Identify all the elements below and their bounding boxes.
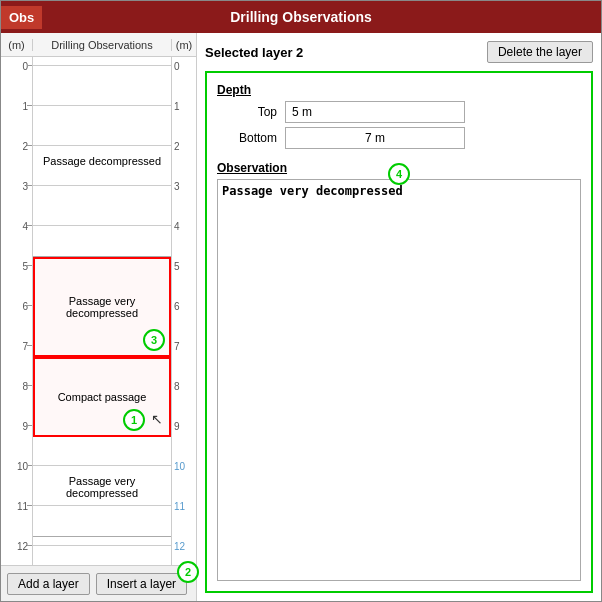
app-window: Obs Drilling Observations (m) Drilling O… bbox=[0, 0, 602, 602]
badge-3: 3 bbox=[143, 329, 165, 351]
insert-layer-button[interactable]: Insert a layer bbox=[96, 573, 187, 595]
depth-12-right: 12 bbox=[174, 541, 185, 552]
tick-6 bbox=[27, 305, 32, 306]
col-header-m-right: (m) bbox=[172, 39, 196, 51]
depth-1-right: 1 bbox=[174, 101, 180, 112]
tick-0 bbox=[27, 65, 32, 66]
main-content: (m) Drilling Observations (m) 0 1 2 3 4 … bbox=[1, 33, 601, 601]
top-input[interactable] bbox=[285, 101, 465, 123]
depth-5-right: 5 bbox=[174, 261, 180, 272]
depth-4-right: 4 bbox=[174, 221, 180, 232]
observation-textarea[interactable]: Passage very decompressed bbox=[217, 179, 581, 581]
layer-1[interactable]: Passage decompressed bbox=[33, 65, 171, 257]
depth-6-right: 6 bbox=[174, 301, 180, 312]
cursor-icon: ↖ bbox=[151, 411, 163, 427]
depth-10-left: 10 bbox=[17, 461, 28, 472]
delete-layer-button[interactable]: Delete the layer bbox=[487, 41, 593, 63]
depth-2-right: 2 bbox=[174, 141, 180, 152]
tick-12 bbox=[27, 545, 32, 546]
badge-1: 1 bbox=[123, 409, 145, 431]
top-label: Top bbox=[217, 105, 277, 119]
depth-0-left: 0 bbox=[22, 61, 28, 72]
add-layer-button[interactable]: Add a layer bbox=[7, 573, 90, 595]
depth-4-left: 4 bbox=[22, 221, 28, 232]
layer-2-label: Passage verydecompressed bbox=[66, 295, 138, 319]
selected-layer-header: Selected layer 2 Delete the layer bbox=[205, 41, 593, 63]
tick-11 bbox=[27, 505, 32, 506]
depth-scale-left: 0 1 2 3 4 5 6 7 8 9 10 11 12 bbox=[1, 57, 33, 565]
insert-layer-wrapper: Insert a layer 2 bbox=[96, 573, 187, 595]
depth-5-left: 5 bbox=[22, 261, 28, 272]
ruler-line-12 bbox=[33, 545, 171, 546]
tick-2 bbox=[27, 145, 32, 146]
title-bar: Obs Drilling Observations bbox=[1, 1, 601, 33]
col-header-m-left: (m) bbox=[1, 39, 33, 51]
right-content-box: Depth Top Bottom 4 Observation Passage v bbox=[205, 71, 593, 593]
depth-2-left: 2 bbox=[22, 141, 28, 152]
depth-12-left: 12 bbox=[17, 541, 28, 552]
tick-7 bbox=[27, 345, 32, 346]
layer-3-label: Compact passage bbox=[58, 391, 147, 403]
badge-4: 4 bbox=[388, 163, 410, 185]
depth-8-left: 8 bbox=[22, 381, 28, 392]
depth-7-right: 7 bbox=[174, 341, 180, 352]
tick-10 bbox=[27, 465, 32, 466]
depth-1-left: 1 bbox=[22, 101, 28, 112]
top-field-row: Top bbox=[217, 101, 581, 123]
layer-1-label: Passage decompressed bbox=[43, 155, 161, 167]
tick-8 bbox=[27, 385, 32, 386]
tick-9 bbox=[27, 425, 32, 426]
depth-scale-right: 0 1 2 3 4 5 6 7 8 9 10 11 12 bbox=[172, 57, 196, 565]
drilling-area: 0 1 2 3 4 5 6 7 8 9 10 11 12 bbox=[1, 57, 196, 565]
depth-11-right: 11 bbox=[174, 501, 185, 512]
app-title: Drilling Observations bbox=[230, 9, 372, 25]
tick-3 bbox=[27, 185, 32, 186]
obs-badge: Obs bbox=[1, 6, 42, 29]
bottom-bar: Add a layer Insert a layer 2 bbox=[1, 565, 196, 601]
tick-4 bbox=[27, 225, 32, 226]
depth-section-title: Depth bbox=[217, 83, 581, 97]
tick-1 bbox=[27, 105, 32, 106]
bottom-label: Bottom bbox=[217, 131, 277, 145]
tick-5 bbox=[27, 265, 32, 266]
layers-container: Passage decompressed Passage verydecompr… bbox=[33, 57, 172, 565]
depth-7-left: 7 bbox=[22, 341, 28, 352]
layer-3[interactable]: Compact passage 1 ↖ bbox=[33, 357, 171, 437]
left-panel: (m) Drilling Observations (m) 0 1 2 3 4 … bbox=[1, 33, 197, 601]
selected-layer-title: Selected layer 2 bbox=[205, 45, 303, 60]
bottom-field-row: Bottom bbox=[217, 127, 581, 149]
column-headers: (m) Drilling Observations (m) bbox=[1, 33, 196, 57]
depth-3-right: 3 bbox=[174, 181, 180, 192]
depth-9-left: 9 bbox=[22, 421, 28, 432]
depth-3-left: 3 bbox=[22, 181, 28, 192]
depth-11-left: 11 bbox=[17, 501, 28, 512]
right-panel: Selected layer 2 Delete the layer Depth … bbox=[197, 33, 601, 601]
depth-6-left: 6 bbox=[22, 301, 28, 312]
col-header-obs: Drilling Observations bbox=[33, 39, 172, 51]
depth-0-right: 0 bbox=[174, 61, 180, 72]
bottom-input[interactable] bbox=[285, 127, 465, 149]
depth-8-right: 8 bbox=[174, 381, 180, 392]
badge-2: 2 bbox=[177, 561, 199, 583]
depth-section: Depth Top Bottom bbox=[217, 83, 581, 153]
depth-10-right: 10 bbox=[174, 461, 185, 472]
observation-section: Observation Passage very decompressed bbox=[217, 161, 581, 581]
layer-4[interactable]: Passage verydecompressed bbox=[33, 437, 171, 537]
depth-9-right: 9 bbox=[174, 421, 180, 432]
layer-2[interactable]: Passage verydecompressed 3 bbox=[33, 257, 171, 357]
layer-4-label: Passage verydecompressed bbox=[66, 475, 138, 499]
